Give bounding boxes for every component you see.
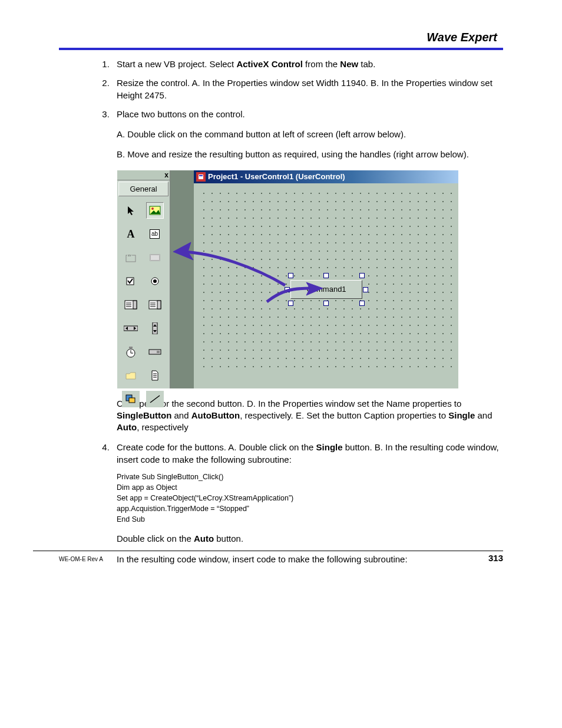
step-3b: B. Move and resize the resulting button … xyxy=(117,149,503,160)
optionbutton-tool-icon xyxy=(146,273,164,289)
toolbox-close: x xyxy=(117,170,170,180)
form-title-text: Project1 - UserControl1 (UserControl) xyxy=(208,172,345,182)
svg-rect-36 xyxy=(199,175,203,176)
page-header-title: Wave Expert xyxy=(59,31,503,48)
step-3c: C. Repeat for the second button. D. In t… xyxy=(117,398,503,434)
shape-tool-icon xyxy=(122,391,140,407)
footer-revision: WE-OM-E Rev A xyxy=(59,556,103,562)
picturebox-tool-icon xyxy=(146,202,164,219)
step-1-text: Start a new VB project. Select ActiveX C… xyxy=(117,59,375,69)
vb-screenshot: x General A ab xv xyxy=(117,170,503,388)
step-2: Resize the control. A. In the Properties… xyxy=(112,77,503,101)
step-4-main: Create code for the buttons. A. Double c… xyxy=(117,442,499,464)
instruction-list: Start a new VB project. Select ActiveX C… xyxy=(59,58,503,565)
svg-point-9 xyxy=(153,279,157,283)
form-titlebar: Project1 - UserControl1 (UserControl) xyxy=(194,170,458,183)
step-3: Place two buttons on the control. A. Dou… xyxy=(112,108,503,434)
label-tool-icon: A xyxy=(122,226,140,242)
step-4-after1: Double click on the Auto button. xyxy=(117,533,503,545)
vb-toolbox: x General A ab xv xyxy=(117,170,170,388)
frame-tool-icon: xv xyxy=(122,249,140,266)
form-title-icon xyxy=(196,172,206,182)
timer-tool-icon xyxy=(122,344,140,360)
filelistbox-tool-icon xyxy=(146,367,164,384)
vscrollbar-tool-icon xyxy=(146,320,164,337)
svg-text:xv: xv xyxy=(128,253,131,257)
step-3-main: Place two buttons on the control. xyxy=(117,109,245,119)
footer-rule xyxy=(33,551,503,551)
page-number: 313 xyxy=(488,553,503,563)
svg-point-1 xyxy=(151,207,154,210)
svg-line-33 xyxy=(150,396,160,403)
step-1: Start a new VB project. Select ActiveX C… xyxy=(112,58,503,70)
svg-rect-25 xyxy=(129,347,133,348)
svg-rect-11 xyxy=(133,301,137,309)
line-tool-icon xyxy=(146,391,164,407)
step-3a: A. Double click on the command button at… xyxy=(117,129,503,140)
combobox-tool-icon xyxy=(122,297,140,313)
step-4: Create code for the buttons. A. Double c… xyxy=(112,442,503,565)
checkbox-tool-icon xyxy=(122,273,140,289)
commandbutton-tool-icon xyxy=(146,249,164,266)
listbox-tool-icon xyxy=(146,297,164,313)
toolbox-tab-general: General xyxy=(118,182,168,197)
svg-rect-16 xyxy=(157,301,161,309)
drivelistbox-tool-icon xyxy=(146,344,164,360)
textbox-tool-icon: ab xyxy=(146,226,164,242)
header-rule xyxy=(59,48,503,50)
svg-rect-27 xyxy=(157,351,160,353)
dirlistbox-tool-icon xyxy=(122,367,140,384)
code-block-1: Private Sub SingleButton_Click() Dim app… xyxy=(117,472,503,525)
pointer-tool-icon xyxy=(122,202,140,219)
svg-rect-32 xyxy=(129,398,135,403)
svg-rect-5 xyxy=(150,255,160,261)
hscrollbar-tool-icon xyxy=(122,320,140,337)
right-arrow-annotation xyxy=(264,281,329,305)
left-arrow-annotation xyxy=(167,235,291,288)
